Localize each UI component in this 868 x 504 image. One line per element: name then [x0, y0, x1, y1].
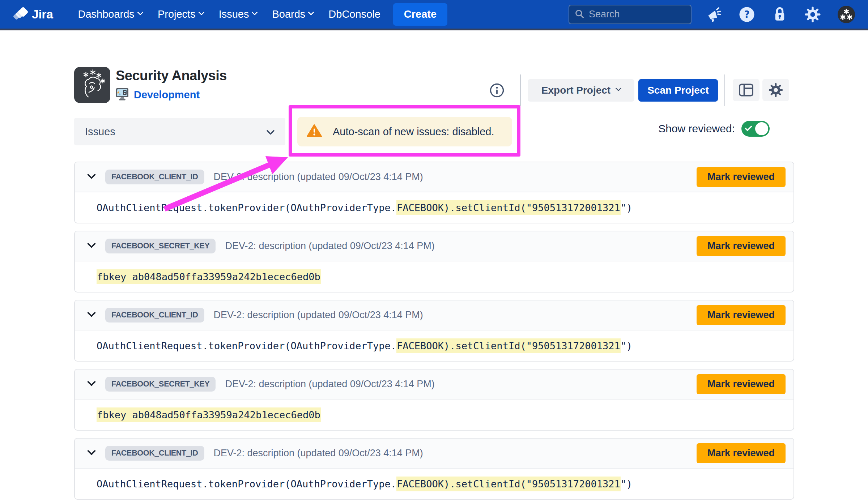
- issue-card-body: OAuthClientRequest.tokenProvider(OAuthPr…: [75, 192, 793, 223]
- issue-card: FACEBOOK_CLIENT_ID DEV-2: description (u…: [74, 162, 794, 223]
- issue-card-header[interactable]: FACEBOOK_CLIENT_ID DEV-2: description (u…: [75, 162, 793, 192]
- nav-item-label: Issues: [219, 8, 249, 20]
- issue-type-chip: FACEBOOK_CLIENT_ID: [105, 170, 204, 184]
- issue-code-snippet: fbkey ab048ad50ffa33959a242b1ecec6ed0b: [97, 409, 321, 420]
- chevron-down-icon[interactable]: [87, 174, 96, 181]
- project-category-link[interactable]: Development: [115, 87, 200, 103]
- nav-item-dbconsole[interactable]: DbConsole: [321, 0, 388, 30]
- scan-project-button[interactable]: Scan Project: [638, 79, 718, 102]
- issue-card-header[interactable]: FACEBOOK_CLIENT_ID DEV-2: description (u…: [75, 439, 793, 469]
- page-title: Security Analysis: [116, 68, 227, 84]
- issue-type-chip: FACEBOOK_CLIENT_ID: [105, 446, 204, 461]
- jira-brand[interactable]: Jira: [13, 7, 53, 22]
- nav-item-label: Projects: [158, 8, 196, 20]
- issue-summary: DEV-2: description (updated 09/Oct/23 4:…: [214, 309, 423, 321]
- warning-triangle-icon: [307, 124, 322, 139]
- mark-reviewed-button[interactable]: Mark reviewed: [697, 305, 786, 325]
- issue-card-body: fbkey ab048ad50ffa33959a242b1ecec6ed0b: [75, 400, 793, 430]
- monitor-icon: [115, 87, 129, 103]
- chevron-down-icon[interactable]: [87, 381, 96, 388]
- issue-card-body: OAuthClientRequest.tokenProvider(OAuthPr…: [75, 469, 793, 499]
- issue-card: FACEBOOK_CLIENT_ID DEV-2: description (u…: [74, 300, 794, 362]
- code-highlight: FACEBOOK).setClientId("950513172001321: [396, 477, 621, 491]
- issue-summary: DEV-2: description (updated 09/Oct/23 4:…: [225, 240, 434, 252]
- issue-code-snippet: OAuthClientRequest.tokenProvider(OAuthPr…: [97, 340, 632, 351]
- divider: [724, 74, 725, 106]
- toggle-knob: [755, 122, 768, 135]
- settings-gear-button[interactable]: [762, 79, 789, 101]
- create-button[interactable]: Create: [393, 3, 447, 26]
- issue-summary: DEV-2: description (updated 09/Oct/23 4:…: [214, 171, 423, 183]
- gear-icon: [768, 82, 783, 98]
- code-highlight: FACEBOOK).setClientId("950513172001321: [396, 200, 621, 215]
- warning-text: Auto-scan of new issues: disabled.: [333, 126, 494, 138]
- issues-filter-value: Issues: [85, 126, 115, 138]
- user-avatar[interactable]: [838, 6, 855, 23]
- chevron-down-icon[interactable]: [87, 312, 96, 319]
- mark-reviewed-button[interactable]: Mark reviewed: [697, 167, 786, 187]
- issue-type-chip: FACEBOOK_SECRET_KEY: [105, 377, 216, 392]
- issue-type-chip: FACEBOOK_CLIENT_ID: [105, 308, 204, 323]
- announcement-icon[interactable]: [706, 7, 722, 22]
- mark-reviewed-button[interactable]: Mark reviewed: [697, 374, 786, 394]
- chevron-down-icon: [137, 9, 143, 15]
- chevron-down-icon: [616, 85, 622, 91]
- nav-item-dashboards[interactable]: Dashboards: [71, 0, 150, 30]
- issues-filter-select[interactable]: Issues: [74, 118, 285, 145]
- project-category-label: Development: [134, 89, 200, 101]
- issue-card-header[interactable]: FACEBOOK_CLIENT_ID DEV-2: description (u…: [75, 300, 793, 330]
- issue-card: FACEBOOK_SECRET_KEY DEV-2: description (…: [74, 231, 794, 292]
- issue-summary: DEV-2: description (updated 09/Oct/23 4:…: [225, 379, 434, 390]
- issue-type-chip: FACEBOOK_SECRET_KEY: [105, 239, 216, 253]
- issue-card-body: fbkey ab048ad50ffa33959a242b1ecec6ed0b: [75, 261, 793, 292]
- code-highlight: FACEBOOK).setClientId("950513172001321: [396, 338, 621, 353]
- help-icon[interactable]: ?: [739, 6, 755, 23]
- chevron-down-icon: [267, 126, 275, 138]
- issue-card: FACEBOOK_SECRET_KEY DEV-2: description (…: [74, 369, 794, 431]
- show-reviewed-control: Show reviewed:: [658, 121, 770, 137]
- layout-panel-button[interactable]: [733, 79, 760, 101]
- search-input[interactable]: [589, 9, 686, 20]
- info-icon[interactable]: [489, 82, 505, 98]
- export-project-button[interactable]: Export Project: [528, 79, 634, 102]
- issue-card: FACEBOOK_CLIENT_ID DEV-2: description (u…: [74, 438, 794, 500]
- show-reviewed-label: Show reviewed:: [658, 123, 735, 135]
- code-highlight: fbkey ab048ad50ffa33959a242b1ecec6ed0b: [97, 269, 321, 284]
- nav-item-label: Boards: [272, 8, 305, 20]
- mark-reviewed-button[interactable]: Mark reviewed: [697, 236, 786, 256]
- nav-item-label: Dashboards: [78, 8, 135, 20]
- chevron-down-icon: [308, 9, 314, 15]
- export-project-label: Export Project: [541, 85, 610, 96]
- show-reviewed-toggle[interactable]: [741, 121, 770, 137]
- issue-summary: DEV-2: description (updated 09/Oct/23 4:…: [214, 448, 423, 459]
- top-navbar: Jira Dashboards Projects Issues Boards D…: [0, 0, 868, 30]
- autoscan-warning-banner: Auto-scan of new issues: disabled.: [297, 117, 512, 146]
- lock-icon[interactable]: [772, 6, 788, 23]
- jira-logo-icon: [13, 7, 28, 22]
- layout-panel-icon: [739, 84, 754, 97]
- nav-item-issues[interactable]: Issues: [211, 0, 265, 30]
- issue-card-header[interactable]: FACEBOOK_SECRET_KEY DEV-2: description (…: [75, 231, 793, 261]
- issue-card-body: OAuthClientRequest.tokenProvider(OAuthPr…: [75, 330, 793, 361]
- code-highlight: fbkey ab048ad50ffa33959a242b1ecec6ed0b: [97, 407, 321, 422]
- chevron-down-icon: [198, 9, 204, 15]
- issue-code-snippet: OAuthClientRequest.tokenProvider(OAuthPr…: [97, 202, 632, 213]
- divider: [520, 74, 521, 106]
- nav-item-projects[interactable]: Projects: [150, 0, 211, 30]
- chevron-down-icon: [252, 9, 258, 15]
- gear-icon[interactable]: [804, 6, 821, 23]
- svg-text:?: ?: [744, 9, 749, 20]
- brand-label: Jira: [32, 7, 53, 21]
- issue-card-header[interactable]: FACEBOOK_SECRET_KEY DEV-2: description (…: [75, 370, 793, 400]
- issue-code-snippet: OAuthClientRequest.tokenProvider(OAuthPr…: [97, 478, 632, 490]
- issue-code-snippet: fbkey ab048ad50ffa33959a242b1ecec6ed0b: [97, 271, 321, 282]
- nav-item-label: DbConsole: [328, 8, 380, 20]
- check-icon: [745, 125, 753, 132]
- nav-item-boards[interactable]: Boards: [264, 0, 321, 30]
- issues-list: FACEBOOK_CLIENT_ID DEV-2: description (u…: [74, 162, 794, 500]
- search-box[interactable]: [569, 5, 692, 24]
- chevron-down-icon[interactable]: [87, 243, 96, 250]
- chevron-down-icon[interactable]: [87, 450, 96, 457]
- mark-reviewed-button[interactable]: Mark reviewed: [697, 443, 786, 463]
- search-icon: [574, 9, 584, 20]
